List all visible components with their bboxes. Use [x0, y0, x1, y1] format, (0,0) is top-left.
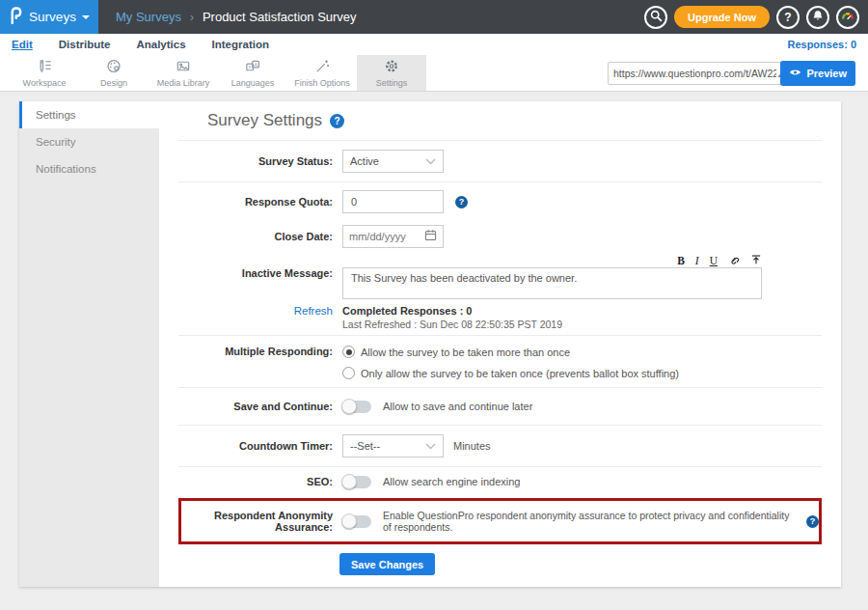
product-name: Surveys: [29, 10, 76, 24]
refresh-link[interactable]: Refresh: [178, 305, 333, 317]
preview-button[interactable]: Preview: [780, 61, 855, 86]
top-bar: Surveys My Surveys › Product Satisfactio…: [0, 0, 868, 34]
chevron-down-icon: [425, 155, 436, 167]
underline-button[interactable]: U: [710, 255, 718, 266]
search-button[interactable]: [644, 6, 667, 29]
format-toolbar: B I U: [342, 254, 762, 267]
toolbar-label: Media Library: [157, 78, 210, 88]
survey-url-input[interactable]: [613, 68, 776, 79]
page-title-row: Survey Settings ?: [178, 101, 822, 141]
toolbar-item-languages[interactable]: xA Languages: [218, 55, 287, 91]
tab-integration[interactable]: Integration: [212, 39, 269, 50]
breadcrumb-my-surveys[interactable]: My Surveys: [116, 10, 181, 24]
save-row: Save Changes: [178, 544, 822, 575]
surveys-product-menu[interactable]: Surveys: [0, 0, 98, 34]
topbar-actions: Upgrade Now ?: [644, 6, 868, 29]
multiple-responding-label: Multiple Responding:: [178, 346, 333, 357]
tab-edit[interactable]: Edit: [12, 39, 33, 50]
respondent-anonymity-help-icon[interactable]: ?: [806, 515, 819, 528]
radio-option-label[interactable]: Only allow the survey to be taken once (…: [361, 368, 679, 379]
toolbar-label: Languages: [231, 78, 275, 88]
preview-label: Preview: [806, 68, 847, 79]
survey-status-select[interactable]: Active: [342, 150, 444, 173]
chevron-down-icon: [82, 15, 90, 19]
gauge-icon: [841, 10, 854, 24]
response-quota-label: Response Quota:: [178, 196, 333, 208]
page-title: Survey Settings: [207, 111, 322, 130]
workspace-icon: [36, 58, 53, 78]
settings-main: Survey Settings ? Survey Status: Active …: [159, 101, 841, 587]
responses-count[interactable]: Responses: 0: [787, 39, 856, 50]
toolbar-label: Design: [100, 78, 127, 88]
seo-row: SEO: Allow search engine indexing: [178, 467, 822, 496]
save-changes-button[interactable]: Save Changes: [339, 553, 435, 575]
eye-icon: [789, 68, 801, 79]
completed-responses-text: Completed Responses : 0: [342, 305, 562, 317]
radio-option-label[interactable]: Allow the survey to be taken more than o…: [361, 347, 570, 358]
save-and-continue-toggle[interactable]: [342, 401, 371, 413]
image-upload-icon[interactable]: [750, 254, 762, 267]
breadcrumb-current-survey: Product Satisfaction Survey: [203, 10, 357, 24]
survey-settings-help-icon[interactable]: ?: [330, 114, 344, 128]
save-and-continue-label: Save and Continue:: [178, 401, 333, 412]
settings-card: Settings Security Notifications Survey S…: [19, 101, 841, 587]
toggle-knob: [341, 513, 357, 529]
toolbar-item-media-library[interactable]: Media Library: [149, 55, 218, 91]
response-quota-input[interactable]: [342, 190, 444, 213]
italic-button[interactable]: I: [695, 255, 699, 266]
upgrade-now-button[interactable]: Upgrade Now: [674, 6, 770, 28]
bell-icon: [812, 10, 824, 25]
close-date-box: [342, 225, 444, 248]
sidebar-item-label: Security: [36, 136, 76, 148]
questionpro-logo-icon: [9, 6, 23, 28]
toolbar-item-settings[interactable]: Settings: [357, 55, 426, 91]
gear-icon: [383, 58, 400, 78]
breadcrumb: My Surveys › Product Satisfaction Survey: [116, 10, 357, 24]
sidebar-item-security[interactable]: Security: [19, 128, 159, 155]
radio-unselected-icon[interactable]: [342, 367, 355, 379]
survey-status-value: Active: [350, 155, 379, 167]
respondent-anonymity-toggle[interactable]: [342, 515, 371, 528]
countdown-timer-label: Countdown Timer:: [178, 440, 333, 452]
seo-toggle[interactable]: [342, 476, 371, 488]
help-button[interactable]: ?: [776, 6, 800, 29]
sidebar-item-label: Notifications: [36, 163, 96, 175]
save-and-continue-row: Save and Continue: Allow to save and con…: [178, 388, 822, 426]
svg-text:x: x: [249, 64, 252, 69]
inactive-message-row: Inactive Message: B I U This Survey has …: [178, 252, 822, 303]
radio-option-once-only[interactable]: Only allow the survey to be taken once (…: [342, 367, 679, 379]
survey-status-row: Survey Status: Active: [178, 141, 822, 182]
tab-analytics[interactable]: Analytics: [136, 39, 185, 50]
inactive-message-textarea[interactable]: This Survey has been deactivated by the …: [342, 267, 762, 299]
bold-button[interactable]: B: [677, 255, 685, 266]
save-and-continue-description: Allow to save and continue later: [383, 401, 532, 412]
survey-status-label: Survey Status:: [178, 155, 333, 167]
toolbar-item-design[interactable]: Design: [79, 55, 149, 91]
tab-distribute[interactable]: Distribute: [59, 39, 111, 50]
toolbar-label: Settings: [376, 78, 408, 88]
response-quota-help-icon[interactable]: ?: [455, 196, 468, 208]
last-refreshed-text: Last Refreshed : Sun Dec 08 22:50:35 PST…: [342, 319, 562, 330]
sidebar-item-settings[interactable]: Settings: [19, 101, 159, 128]
palette-icon: [105, 58, 122, 78]
radio-selected-icon[interactable]: [342, 346, 355, 358]
multiple-responding-row: Multiple Responding: Allow the survey to…: [178, 336, 822, 388]
translate-icon: xA: [244, 58, 261, 78]
toolbar-label: Finish Options: [294, 78, 350, 88]
sidebar-item-notifications[interactable]: Notifications: [19, 155, 159, 182]
toolbar-item-workspace[interactable]: Workspace: [10, 55, 79, 91]
calendar-icon[interactable]: [424, 228, 437, 245]
link-icon[interactable]: [728, 254, 740, 267]
chevron-down-icon: [425, 440, 436, 452]
close-date-input[interactable]: [349, 231, 420, 242]
respondent-anonymity-description: Enable QuestionPro respondent anonymity …: [383, 510, 800, 533]
countdown-timer-suffix: Minutes: [453, 440, 491, 452]
radio-option-multiple-allowed[interactable]: Allow the survey to be taken more than o…: [342, 346, 679, 358]
survey-tab-bar: Edit Distribute Analytics Integration Re…: [0, 34, 868, 55]
notifications-button[interactable]: [806, 6, 829, 29]
account-gauge-button[interactable]: [836, 6, 859, 29]
edit-toolbar: Workspace Design Media Library xA Langua…: [0, 55, 868, 92]
inactive-message-label: Inactive Message:: [178, 254, 333, 279]
toolbar-item-finish-options[interactable]: Finish Options: [287, 55, 357, 91]
countdown-timer-select[interactable]: --Set--: [342, 434, 444, 458]
